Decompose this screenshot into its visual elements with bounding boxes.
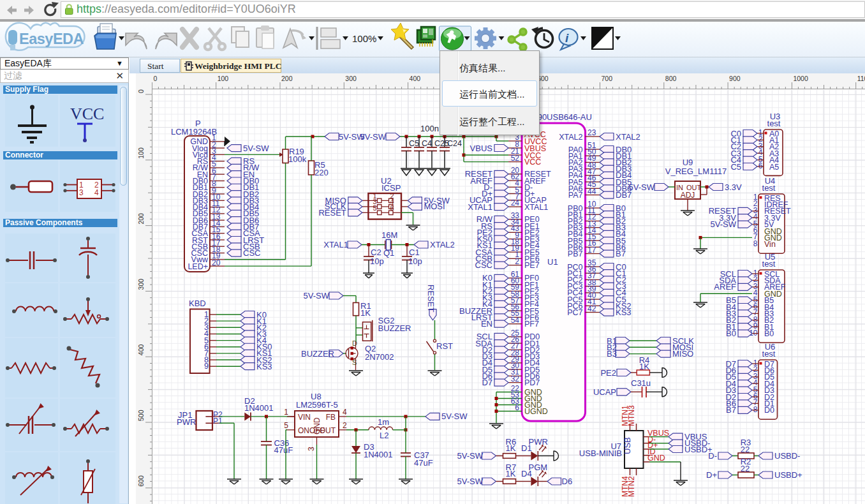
svg-text:V_REG_LM1117: V_REG_LM1117	[665, 167, 727, 176]
svg-text:FB: FB	[326, 413, 336, 422]
svg-text:B7: B7	[616, 249, 626, 258]
svg-text:B0: B0	[764, 329, 774, 338]
svg-text:1K: 1K	[506, 469, 516, 478]
svg-text:2: 2	[515, 257, 519, 266]
svg-text:PE7: PE7	[524, 261, 540, 270]
svg-text:8: 8	[753, 239, 758, 248]
svg-text:44: 44	[588, 187, 596, 196]
svg-text:XTAL1: XTAL1	[323, 240, 348, 249]
svg-text:32: 32	[511, 374, 520, 383]
svg-text:5: 5	[284, 421, 288, 430]
svg-text:CSC: CSC	[243, 248, 260, 258]
svg-text:ADJ: ADJ	[681, 191, 695, 200]
svg-text:B3: B3	[607, 349, 617, 359]
svg-text:C4: C4	[422, 139, 432, 148]
svg-text:PWR: PWR	[177, 417, 196, 427]
svg-text:2: 2	[343, 421, 347, 430]
svg-text:20: 20	[212, 258, 221, 267]
svg-text:LCM19264B: LCM19264B	[171, 127, 217, 137]
svg-text:4: 4	[94, 188, 99, 197]
svg-text:D-: D-	[708, 451, 717, 461]
svg-text:XTAL2: XTAL2	[616, 132, 640, 142]
svg-text:C1: C1	[409, 248, 420, 257]
svg-text:XTAL2: XTAL2	[430, 240, 455, 249]
svg-text:test: test	[767, 119, 781, 128]
svg-text:5V-SW: 5V-SW	[457, 451, 484, 461]
svg-text:OUT: OUT	[320, 426, 336, 435]
svg-text:1K: 1K	[506, 443, 516, 453]
svg-text:42: 42	[588, 304, 596, 313]
svg-text:PB7: PB7	[568, 249, 583, 258]
svg-text:PC7: PC7	[567, 308, 582, 317]
svg-text:100k: 100k	[288, 154, 307, 164]
svg-text:ICSP: ICSP	[381, 183, 401, 193]
svg-text:MTN3: MTN3	[627, 405, 636, 426]
svg-text:KS3: KS3	[616, 308, 632, 317]
svg-text:B7: B7	[726, 405, 736, 415]
svg-text:UGND: UGND	[524, 407, 548, 416]
svg-text:54: 54	[511, 316, 520, 325]
svg-text:BUZZER: BUZZER	[301, 349, 334, 359]
svg-text:C5: C5	[730, 162, 741, 172]
svg-text:5V-SW: 5V-SW	[360, 132, 387, 142]
svg-text:PE2: PE2	[600, 368, 616, 378]
svg-text:PF7: PF7	[524, 320, 539, 329]
svg-text:test: test	[762, 259, 776, 269]
svg-text:10p: 10p	[370, 256, 384, 266]
svg-text:USBD+: USBD+	[774, 470, 802, 480]
svg-text:100n: 100n	[420, 124, 439, 133]
svg-text:1N4001: 1N4001	[364, 450, 393, 459]
svg-text:LM2596T-5: LM2596T-5	[296, 400, 338, 410]
svg-text:5V-SW: 5V-SW	[457, 477, 484, 486]
svg-text:USBD-: USBD-	[774, 451, 800, 461]
svg-text:16M: 16M	[381, 230, 397, 240]
svg-text:9: 9	[204, 362, 209, 371]
svg-text:RESET: RESET	[318, 208, 346, 218]
svg-text:3: 3	[79, 188, 84, 197]
svg-text:6: 6	[515, 403, 519, 412]
svg-text:USB-MINIB: USB-MINIB	[579, 448, 622, 458]
svg-text:VCC: VCC	[524, 158, 541, 167]
svg-text:D: D	[352, 339, 357, 347]
svg-text:KBD: KBD	[189, 299, 206, 308]
svg-text:XTAL2: XTAL2	[559, 133, 582, 142]
svg-text:3.3V: 3.3V	[725, 182, 742, 192]
svg-text:6: 6	[758, 161, 763, 170]
svg-text:Vin: Vin	[764, 240, 776, 249]
svg-text:B0: B0	[726, 329, 736, 338]
svg-text:5V-SW: 5V-SW	[441, 411, 468, 421]
svg-text:52: 52	[511, 154, 520, 163]
svg-text:test: test	[762, 349, 776, 359]
svg-text:U1: U1	[547, 257, 558, 267]
svg-text:8: 8	[753, 405, 758, 414]
svg-text:XTAL1: XTAL1	[524, 203, 548, 212]
svg-text:PD7: PD7	[524, 378, 540, 387]
svg-text:VIN: VIN	[298, 413, 311, 422]
svg-text:D+: D+	[706, 470, 717, 480]
svg-text:AREF: AREF	[714, 282, 736, 292]
svg-text:47uF: 47uF	[274, 445, 293, 455]
svg-text:XTAL1: XTAL1	[468, 202, 492, 212]
svg-text:3: 3	[307, 447, 316, 451]
svg-text:5: 5	[373, 204, 376, 212]
svg-text:D7: D7	[482, 378, 492, 387]
svg-text:VBUS: VBUS	[470, 144, 493, 153]
svg-text:VCC: VCC	[70, 105, 104, 123]
svg-text:1K: 1K	[360, 308, 371, 318]
svg-text:PWR: PWR	[529, 437, 548, 447]
svg-text:L2: L2	[380, 431, 388, 440]
svg-text:CSC: CSC	[475, 260, 492, 270]
svg-text:BUZZER: BUZZER	[378, 323, 411, 333]
svg-text:S: S	[352, 359, 357, 366]
svg-text:MTN2: MTN2	[627, 476, 636, 497]
svg-text:24: 24	[511, 198, 520, 207]
svg-text:2N7002: 2N7002	[365, 352, 394, 362]
svg-text:17: 17	[588, 246, 596, 255]
svg-text:LED+: LED+	[188, 262, 208, 271]
svg-text:5V-SW: 5V-SW	[243, 144, 269, 153]
svg-text:Q1: Q1	[383, 248, 394, 258]
svg-text:test: test	[762, 183, 776, 193]
svg-text:MOSI: MOSI	[424, 202, 445, 211]
svg-text:MISO: MISO	[672, 349, 693, 359]
svg-text:6: 6	[390, 204, 394, 212]
